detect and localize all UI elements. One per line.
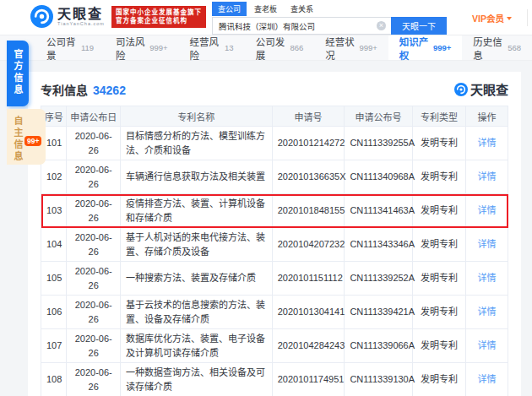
cell-publication-no: CN111339421A	[345, 296, 412, 329]
patent-table: 序号申请公布日专利名称申请号申请公布号专利类型操作 1012020-06-26目…	[41, 106, 508, 396]
cell-publish-date: 2020-06-26	[67, 329, 121, 363]
detail-link[interactable]: 详情	[478, 239, 497, 249]
watermark-brand: 天眼查	[470, 80, 508, 98]
nav-tab-经营状况[interactable]: 经营状况999+	[314, 35, 388, 60]
tianyancha-page: 天眼查 TianYanCha.com 国家中小企业发展基金旗下 官方备案企业征信…	[0, 0, 532, 396]
cell-patent-name: 一种数据查询方法、相关设备及可读存储介质	[121, 363, 273, 396]
tianyancha-logo-icon	[30, 5, 53, 28]
cell-publication-no: CN111339255A	[345, 127, 412, 160]
header-divider	[527, 9, 528, 26]
table-row: 1012020-06-26目标情感分析的方法、模型训练方法、介质和设备20201…	[41, 127, 508, 160]
cell-no: 103	[41, 194, 67, 228]
nav-tab-司法风险[interactable]: 司法风险999+	[105, 35, 179, 60]
search-tab-查关系[interactable]: 查关系	[285, 2, 319, 16]
cell-no: 106	[41, 296, 67, 329]
cell-patent-type: 发明专利	[412, 262, 466, 296]
self-info-count-badge: 99+	[24, 136, 41, 146]
detail-link[interactable]: 详情	[478, 340, 497, 350]
search-button[interactable]: 天眼一下	[391, 17, 447, 35]
cell-publication-no: CN111340968A	[345, 160, 412, 194]
side-tab-self-info[interactable]: 自主信息99+	[7, 109, 46, 165]
cell-publication-no: CN111343346A	[345, 228, 412, 262]
nav-tab-公司背景[interactable]: 公司背景119	[35, 35, 105, 60]
cell-publish-date: 2020-06-26	[67, 262, 121, 296]
cell-patent-type: 发明专利	[412, 160, 466, 194]
cell-application-no: 2020101214272	[272, 127, 345, 160]
detail-link[interactable]: 详情	[478, 306, 497, 317]
brand-domain: TianYanCha.com	[57, 21, 105, 26]
cell-patent-name: 一种搜索方法、装置及存储介质	[121, 262, 273, 296]
section-navbar: 公司背景119司法风险999+经营风险13公司发展866经营状况999+知识产权…	[0, 35, 532, 61]
cell-operation: 详情	[466, 160, 508, 194]
cell-application-no: 2020104207232	[272, 228, 345, 262]
cell-operation: 详情	[466, 363, 508, 396]
cell-application-no: 2020104284243	[272, 329, 345, 363]
top-header: 天眼查 TianYanCha.com 国家中小企业发展基金旗下 官方备案企业征信…	[0, 0, 532, 35]
cell-publication-no: CN111339066A	[345, 329, 412, 363]
nav-tab-label: 公司背景	[46, 35, 79, 62]
cell-publication-no: CN111339130A	[345, 363, 412, 396]
detail-link[interactable]: 详情	[478, 374, 497, 384]
cell-no: 107	[41, 329, 67, 363]
table-row: 1072020-06-26数据库优化方法、装置、电子设备及计算机可读存储介质20…	[41, 329, 508, 363]
cell-application-no: 2020101151112	[272, 262, 345, 296]
column-header: 申请号	[272, 106, 345, 127]
cell-publish-date: 2020-06-26	[67, 127, 121, 160]
nav-tab-count: 119	[81, 43, 94, 52]
side-tabs: 官方信息自主信息99+	[7, 41, 25, 168]
table-row: 1022020-06-26车辆通行信息获取方法及相关装置202010136635…	[41, 160, 508, 194]
cell-no: 108	[41, 363, 67, 396]
nav-tab-label: 司法风险	[116, 35, 147, 62]
nav-tab-count: 999+	[149, 43, 167, 52]
nav-tab-count: 866	[290, 43, 303, 52]
search-area: 查公司查老板查关系 × 天眼一下	[212, 2, 447, 35]
table-row: 1042020-06-26基于人机对话的来电代接方法、装置、存储介质及设备202…	[41, 228, 508, 262]
nav-tab-label: 历史信息	[473, 35, 505, 62]
nav-tab-经营风险[interactable]: 经营风险13	[179, 35, 245, 60]
logo-text: 天眼查 TianYanCha.com	[57, 7, 105, 26]
search-input[interactable]	[212, 17, 391, 35]
cell-application-no: 2020101304141	[272, 296, 345, 329]
cell-publish-date: 2020-06-26	[67, 194, 121, 228]
cell-patent-name: 基于云技术的信息搜索的方法、装置、设备及存储介质	[121, 296, 273, 329]
cell-patent-type: 发明专利	[412, 194, 466, 228]
table-row: 1082020-06-26一种数据查询方法、相关设备及可读存储介质2020101…	[41, 363, 508, 396]
cell-publication-no: CN111339252A	[345, 262, 412, 296]
nav-tab-label: 经营状况	[325, 35, 356, 62]
vip-menu[interactable]: VIP会员	[472, 12, 512, 24]
detail-link[interactable]: 详情	[478, 273, 497, 283]
detail-link[interactable]: 详情	[478, 205, 497, 215]
cell-operation: 详情	[466, 228, 508, 262]
detail-link[interactable]: 详情	[478, 138, 497, 148]
cell-patent-name: 疫情排查方法、装置、计算机设备和存储介质	[121, 194, 273, 228]
section-title: 专利信息	[41, 81, 88, 98]
cell-patent-type: 发明专利	[412, 228, 466, 262]
cell-no: 105	[41, 262, 67, 296]
gov-badge-line2: 官方备案企业征信机构	[116, 17, 202, 25]
cell-operation: 详情	[466, 262, 508, 296]
table-row: 1062020-06-26基于云技术的信息搜索的方法、装置、设备及存储介质202…	[41, 296, 508, 329]
cell-application-no: 2020101848155	[272, 194, 345, 228]
search-tab-查公司[interactable]: 查公司	[212, 2, 247, 16]
search-tab-查老板[interactable]: 查老板	[248, 2, 283, 16]
nav-tab-知识产权[interactable]: 知识产权999+	[388, 35, 463, 60]
logo-area[interactable]: 天眼查 TianYanCha.com 国家中小企业发展基金旗下 官方备案企业征信…	[30, 5, 206, 28]
caret-down-icon	[507, 17, 512, 20]
cell-operation: 详情	[466, 127, 508, 160]
cell-patent-type: 发明专利	[412, 329, 466, 363]
nav-tab-label: 公司发展	[256, 35, 288, 62]
tianyancha-watermark: 天眼查	[454, 80, 508, 98]
side-tab-official-info[interactable]: 官方信息	[7, 41, 29, 106]
cell-operation: 详情	[466, 194, 508, 228]
gov-badge: 国家中小企业发展基金旗下 官方备案企业征信机构	[111, 6, 206, 28]
watermark-logo-icon	[454, 83, 468, 96]
cell-no: 102	[41, 160, 67, 194]
nav-tab-历史信息[interactable]: 历史信息568	[462, 35, 532, 60]
clear-icon[interactable]: ×	[377, 21, 386, 30]
nav-tab-公司发展[interactable]: 公司发展866	[245, 35, 315, 60]
cell-patent-type: 发明专利	[412, 127, 466, 160]
table-row: 1052020-06-26一种搜索方法、装置及存储介质2020101151112…	[41, 262, 508, 296]
column-header: 申请公布日	[67, 106, 121, 127]
detail-link[interactable]: 详情	[478, 171, 497, 182]
cell-publish-date: 2020-06-26	[67, 160, 121, 194]
